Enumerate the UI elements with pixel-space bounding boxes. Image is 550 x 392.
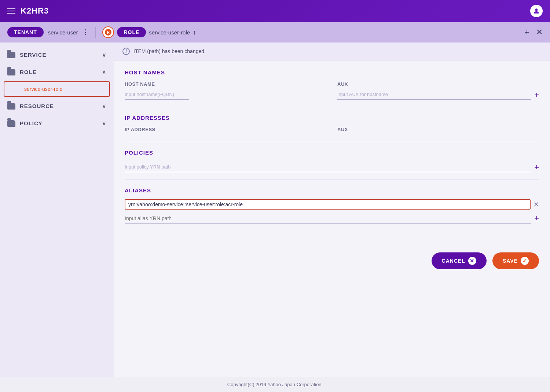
policies-title: POLICIES	[125, 149, 539, 156]
role-icon-circle: R	[102, 26, 114, 38]
resource-folder-icon	[7, 103, 15, 110]
role-chevron-icon: ∧	[102, 69, 106, 75]
host-name-col: HOST NAME	[125, 81, 326, 100]
aux-input[interactable]	[337, 89, 531, 100]
sidebar-role-child-label: service-user-role	[24, 86, 62, 92]
sidebar-item-resource-label: RESOURCE	[20, 103, 98, 109]
save-label: SAVE	[503, 258, 518, 264]
footer: Copyright(C) 2019 Yahoo Japan Corporatio…	[0, 377, 550, 392]
nav-left: K2HR3	[7, 6, 49, 16]
host-name-input[interactable]	[125, 89, 189, 100]
resource-chevron-icon: ∨	[102, 103, 106, 110]
info-icon: i	[122, 48, 130, 55]
section-divider-1	[125, 107, 539, 107]
user-avatar[interactable]	[530, 5, 543, 17]
sidebar-item-role[interactable]: ROLE ∧	[0, 63, 114, 81]
sidebar-item-resource[interactable]: RESOURCE ∨	[0, 97, 114, 115]
tenant-options[interactable]: ⋮	[82, 28, 89, 36]
breadcrumb-bar: TENANT service-user ⋮ R ROLE service-use…	[0, 22, 550, 42]
sidebar-item-policy-label: POLICY	[20, 120, 98, 126]
ip-aux-label: AUX	[337, 127, 539, 132]
up-arrow-icon[interactable]: ↑	[193, 29, 196, 36]
hamburger-menu[interactable]	[7, 8, 15, 14]
ip-addresses-title: IP ADDRESSES	[125, 115, 539, 121]
role-icon-inner: R	[105, 29, 111, 36]
main-layout: SERVICE ∨ ROLE ∧ service-user-role RESOU…	[0, 42, 550, 377]
aux-input-wrapper: +	[337, 89, 539, 100]
sidebar-item-service[interactable]: SERVICE ∨	[0, 46, 114, 63]
tenant-badge[interactable]: TENANT	[7, 27, 44, 37]
ip-address-col: IP ADDRESS	[125, 127, 326, 134]
info-bar: i ITEM (path) has been changed.	[114, 42, 550, 60]
ip-address-label: IP ADDRESS	[125, 127, 326, 132]
cancel-label: CANCEL	[442, 258, 465, 264]
service-folder-icon	[7, 52, 15, 58]
role-name: service-user-role	[149, 29, 190, 36]
breadcrumb-divider	[95, 27, 96, 38]
add-alias-button[interactable]: +	[534, 214, 539, 223]
add-role-button[interactable]: +	[524, 27, 529, 37]
svg-point-0	[535, 8, 538, 11]
service-chevron-icon: ∨	[102, 51, 106, 58]
add-hostname-button[interactable]: +	[534, 91, 539, 100]
role-folder-icon	[7, 69, 15, 75]
sidebar: SERVICE ∨ ROLE ∧ service-user-role RESOU…	[0, 42, 114, 377]
host-names-row: HOST NAME AUX +	[125, 81, 539, 100]
policies-row: +	[125, 162, 539, 172]
sidebar-item-service-label: SERVICE	[20, 52, 98, 58]
ip-aux-col: AUX	[337, 127, 539, 134]
info-message: ITEM (path) has been changed.	[133, 48, 206, 54]
host-name-label: HOST NAME	[125, 81, 326, 87]
save-check-icon: ✓	[521, 257, 529, 265]
policy-input[interactable]	[125, 162, 531, 172]
host-names-title: HOST NAMES	[125, 69, 539, 75]
role-badge-wrapper: R ROLE service-user-role ↑	[102, 26, 196, 38]
sidebar-item-role-label: ROLE	[20, 69, 98, 75]
aliases-title: ALIASES	[125, 187, 539, 193]
sidebar-item-policy[interactable]: POLICY ∨	[0, 115, 114, 132]
footer-text: Copyright(C) 2019 Yahoo Japan Corporatio…	[227, 382, 323, 387]
add-policy-button[interactable]: +	[534, 163, 539, 172]
policy-folder-icon	[7, 120, 15, 127]
alias-input-new[interactable]	[125, 213, 531, 224]
section-divider-3	[125, 180, 539, 180]
sidebar-item-service-user-role[interactable]: service-user-role	[4, 81, 110, 97]
content-panel: i ITEM (path) has been changed. HOST NAM…	[114, 42, 550, 377]
close-role-button[interactable]: ✕	[536, 27, 543, 37]
aux-label: AUX	[337, 81, 539, 87]
cancel-button[interactable]: CANCEL ✕	[432, 252, 487, 269]
breadcrumb-actions: + ✕	[524, 27, 543, 37]
remove-alias-button[interactable]: ✕	[534, 200, 539, 208]
top-nav: K2HR3	[0, 0, 550, 22]
app-title: K2HR3	[21, 6, 49, 16]
save-button[interactable]: SAVE ✓	[492, 252, 539, 269]
alias-input-existing[interactable]	[125, 199, 531, 210]
aux-col: AUX +	[337, 81, 539, 100]
role-badge[interactable]: ROLE	[117, 27, 146, 37]
form-body: HOST NAMES HOST NAME AUX + IP ADDRESSES	[114, 60, 550, 236]
alias-item-existing: ✕	[125, 199, 539, 210]
policy-chevron-icon: ∨	[102, 120, 106, 127]
section-divider-2	[125, 142, 539, 142]
ip-addresses-row: IP ADDRESS AUX	[125, 127, 539, 134]
alias-item-new: +	[125, 213, 539, 224]
tenant-name: service-user	[48, 29, 78, 36]
cancel-x-icon: ✕	[468, 257, 476, 265]
action-row: CANCEL ✕ SAVE ✓	[114, 244, 550, 278]
